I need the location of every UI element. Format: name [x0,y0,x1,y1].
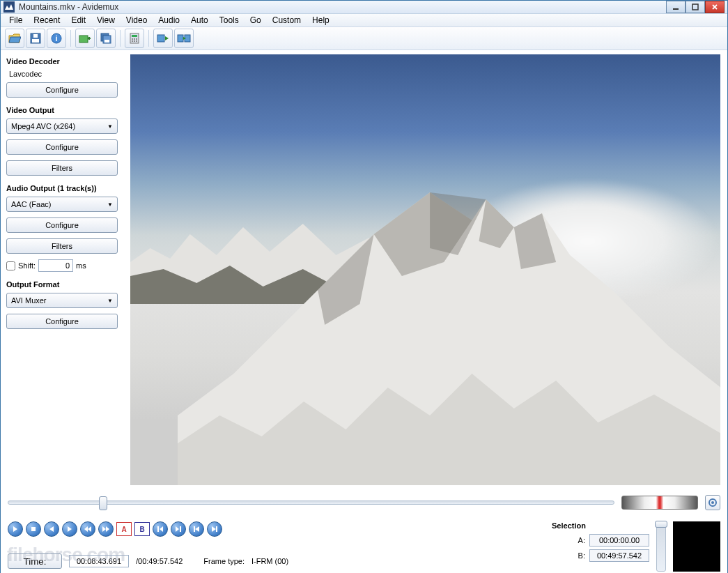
chevron-down-icon: ▼ [107,298,113,304]
muxer-select[interactable]: AVI Muxer▼ [6,293,118,308]
menu-edit[interactable]: Edit [65,14,91,26]
menu-help[interactable]: Help [307,14,335,26]
play-output-icon[interactable] [174,29,194,48]
prev-keyframe-button[interactable] [80,521,95,537]
video-area [130,50,727,489]
jog-wheel[interactable] [621,496,698,510]
svg-rect-1 [673,8,679,10]
video-preview[interactable] [130,54,720,485]
bottom-panel: A B Time: 00:08:43.691 /00:49:57.542 Fra… [1,489,727,573]
svg-rect-11 [104,40,109,43]
video-output-title: Video Output [6,106,125,114]
first-frame-button[interactable] [189,521,204,537]
audio-codec-value: AAC (Faac) [11,200,51,208]
svg-rect-4 [32,39,39,43]
play-filtered-icon[interactable] [153,29,173,48]
output-format-title: Output Format [6,280,125,289]
svg-rect-5 [33,34,38,38]
frame-type-label: Frame type: [203,557,245,565]
svg-rect-17 [132,40,133,42]
menu-auto[interactable]: Auto [185,14,214,26]
seek-thumb[interactable] [99,496,107,510]
menu-custom[interactable]: Custom [267,14,307,26]
jog-reset-button[interactable] [705,495,720,510]
seek-slider[interactable] [8,501,614,505]
menubar: File Recent Edit View Video Audio Auto T… [1,14,727,27]
open-icon[interactable] [5,29,24,48]
menu-go[interactable]: Go [245,14,267,26]
menu-view[interactable]: View [91,14,121,26]
selection-b-value: 00:49:57.542 [589,549,649,562]
volume-thumb[interactable] [655,521,667,528]
selection-a-value: 00:00:00.00 [589,534,649,547]
set-marker-a-button[interactable]: A [116,522,132,536]
close-button[interactable] [705,1,725,13]
next-frame-button[interactable] [62,521,77,537]
play-button[interactable] [8,521,23,537]
titlebar[interactable]: Mountains.mkv - Avidemux [1,1,727,14]
audio-filters-button[interactable]: Filters [6,238,118,254]
muxer-value: AVI Muxer [11,296,47,305]
play-controls: A B [8,521,288,537]
shift-unit: ms [76,261,86,270]
menu-tools[interactable]: Tools [214,14,245,26]
selection-block: Selection A: 00:00:00.00 B: 00:49:57.542 [552,521,649,565]
svg-rect-13 [132,35,137,37]
prev-frame-button[interactable] [44,521,59,537]
video-configure-button[interactable]: Configure [6,139,118,155]
menu-audio[interactable]: Audio [153,14,185,26]
video-decoder-title: Video Decoder [6,57,125,66]
video-filters-button[interactable]: Filters [6,160,118,176]
svg-rect-18 [134,40,135,42]
volume-slider[interactable] [656,521,666,572]
svg-rect-15 [134,38,135,40]
minimize-button[interactable] [666,1,686,13]
stop-button[interactable] [26,521,41,537]
audio-configure-button[interactable]: Configure [6,217,118,233]
separator [70,30,71,47]
svg-rect-26 [157,526,159,532]
save-icon[interactable] [26,29,45,48]
next-keyframe-button[interactable] [98,521,114,537]
append-icon[interactable] [75,29,95,48]
separator [120,30,121,47]
audio-codec-select[interactable]: AAC (Faac)▼ [6,197,118,212]
shift-checkbox[interactable] [6,261,15,270]
time-row: Time: 00:08:43.691 /00:49:57.542 Frame t… [8,553,288,569]
menu-video[interactable]: Video [121,14,153,26]
video-codec-select[interactable]: Mpeg4 AVC (x264)▼ [6,119,118,134]
svg-rect-16 [136,38,137,40]
svg-rect-14 [132,38,133,40]
time-button[interactable]: Time: [8,553,62,569]
svg-rect-0 [3,1,15,13]
svg-text:i: i [55,34,57,43]
seek-row [8,494,720,512]
video-decoder-value: Lavcodec [6,70,125,78]
svg-rect-2 [692,4,698,10]
menu-recent[interactable]: Recent [28,14,65,26]
chevron-down-icon: ▼ [107,201,113,208]
svg-rect-8 [79,36,88,43]
format-configure-button[interactable]: Configure [6,314,118,329]
toolbar: i [1,27,727,50]
separator [148,30,149,47]
shift-label: Shift: [18,261,36,270]
decoder-configure-button[interactable]: Configure [6,82,118,98]
shift-input[interactable] [38,259,73,272]
maximize-button[interactable] [686,1,705,13]
info-icon[interactable]: i [47,29,66,48]
menu-file[interactable]: File [3,14,28,26]
calculator-icon[interactable] [125,29,144,48]
next-cut-button[interactable] [171,521,186,537]
svg-rect-19 [136,40,137,42]
prev-cut-button[interactable] [153,521,168,537]
last-frame-button[interactable] [207,521,222,537]
audio-output-title: Audio Output (1 track(s)) [6,184,125,192]
time-current-field[interactable]: 00:08:43.691 [69,555,129,567]
mountain-foreground [178,178,720,485]
controls-row: A B Time: 00:08:43.691 /00:49:57.542 Fra… [8,521,720,572]
svg-rect-25 [31,527,36,531]
app-window: Mountains.mkv - Avidemux File Recent Edi… [0,0,728,573]
set-marker-b-button[interactable]: B [134,522,150,536]
save-queue-icon[interactable] [96,29,116,48]
